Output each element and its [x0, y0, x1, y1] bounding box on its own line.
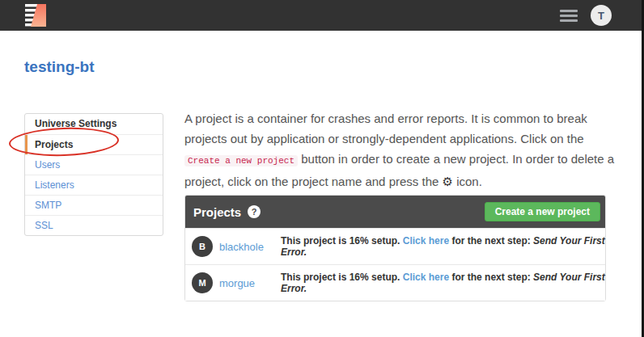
intro-text: icon.	[453, 175, 482, 188]
project-row-blackhole: B blackhole This project is 16% setup. C…	[185, 228, 605, 264]
projects-panel: Projects ? Create a new project B blackh…	[184, 195, 606, 301]
project-status: This project is 16% setup. Click here fo…	[281, 235, 605, 258]
projects-panel-header: Projects ? Create a new project	[185, 196, 605, 228]
project-name-link[interactable]: morgue	[219, 277, 281, 289]
sidebar-item-projects[interactable]: Projects	[25, 134, 163, 154]
status-text: This project is 16% setup.	[281, 235, 403, 246]
menu-icon[interactable]	[560, 10, 578, 22]
status-text: This project is 16% setup.	[281, 272, 403, 283]
intro-text: A project is a container for crashes and…	[184, 112, 587, 145]
help-icon[interactable]: ?	[248, 205, 261, 218]
page-title: testing-bt	[24, 58, 95, 76]
settings-sidebar: Universe Settings Projects Users Listene…	[24, 113, 163, 236]
intro-paragraph: A project is a container for crashes and…	[184, 108, 615, 192]
click-here-link[interactable]: Click here	[403, 272, 449, 283]
sidebar-item-users[interactable]: Users	[25, 154, 163, 175]
gear-icon: ⚙	[443, 175, 453, 188]
top-navbar: T	[0, 0, 644, 31]
project-name-link[interactable]: blackhole	[219, 241, 281, 253]
click-here-link[interactable]: Click here	[403, 235, 449, 246]
project-status: This project is 16% setup. Click here fo…	[281, 272, 605, 294]
project-row-morgue: M morgue This project is 16% setup. Clic…	[185, 264, 605, 301]
user-avatar[interactable]: T	[591, 5, 612, 26]
backtrace-logo[interactable]	[24, 3, 49, 27]
sidebar-item-ssl[interactable]: SSL	[25, 215, 163, 235]
backtrace-logo-icon	[24, 3, 49, 27]
sidebar-item-smtp[interactable]: SMTP	[25, 195, 163, 215]
create-project-code-ref: Create a new project	[184, 155, 298, 166]
sidebar-item-listeners[interactable]: Listeners	[25, 175, 163, 195]
panel-title: Projects	[193, 205, 241, 219]
project-avatar: M	[192, 272, 213, 293]
status-text: for the next step:	[449, 235, 533, 246]
sidebar-header-universe-settings: Universe Settings	[25, 114, 163, 134]
project-avatar: B	[192, 236, 213, 257]
create-project-button[interactable]: Create a new project	[485, 202, 600, 221]
app-window: T testing-bt Universe Settings Projects …	[0, 0, 644, 337]
status-text: for the next step:	[449, 272, 533, 283]
